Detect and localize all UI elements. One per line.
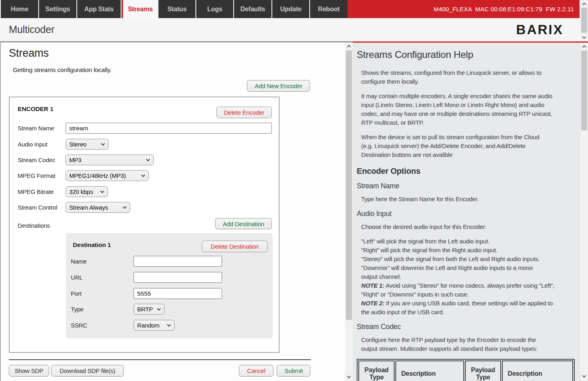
- help-stream-codec-intro: Configure here the RTP payload type by t…: [361, 336, 570, 353]
- table-header-payload-type: Payload Type: [465, 360, 501, 381]
- note-label: NOTE 1:: [361, 282, 384, 289]
- stream-control-label: Stream Control: [18, 202, 57, 213]
- dest-type-label: Type: [71, 304, 84, 315]
- chevron-down-icon: [101, 142, 105, 146]
- stream-codec-select[interactable]: MP3: [66, 154, 154, 165]
- scrollbar-thumb[interactable]: [581, 51, 587, 130]
- audio-input-label: Audio Input: [18, 139, 47, 150]
- destination-panel: Destination 1 Delete Destination Name UR…: [66, 233, 273, 338]
- title-bar: Multicoder BARIX: [0, 18, 580, 41]
- help-paragraph: It may contain multiple encoders. A sing…: [361, 92, 570, 127]
- help-note: NOTE 2: If you are using USB audio card,…: [361, 299, 570, 317]
- help-scrollbar[interactable]: [580, 43, 588, 381]
- chevron-down-icon: [167, 323, 171, 327]
- scroll-up-icon[interactable]: [580, 43, 588, 49]
- encoder-title: ENCODER 1: [18, 105, 53, 113]
- footer-divider: [9, 359, 311, 360]
- stream-codec-value: MP3: [69, 157, 143, 163]
- stream-name-input[interactable]: [66, 123, 272, 134]
- add-new-encoder-button[interactable]: Add New Encoder: [247, 80, 310, 92]
- nav-tab-update[interactable]: Update: [272, 0, 309, 18]
- dest-ssrc-select[interactable]: Random: [134, 320, 175, 331]
- add-destination-button[interactable]: Add Destination: [215, 218, 272, 229]
- help-paragraph: When the device is set to pull its strea…: [361, 133, 570, 159]
- scrollbar-thumb[interactable]: [581, 8, 587, 33]
- cancel-button[interactable]: Cancel: [239, 365, 273, 377]
- nav-tab-defaults[interactable]: Defaults: [234, 0, 271, 18]
- mpeg-format-value: MPEG1/48kHz (MP3): [69, 172, 138, 179]
- nav-tab-home[interactable]: Home: [1, 0, 38, 18]
- help-line: "Downmix" will downmix the Left and Righ…: [361, 264, 570, 281]
- main-nav: Home Settings App Stats Streams Status L…: [0, 0, 580, 18]
- barix-logo: BARIX: [516, 22, 563, 37]
- nav-tab-reboot[interactable]: Reboot: [310, 0, 347, 18]
- stream-control-value: Stream Always: [69, 204, 120, 211]
- nav-tab-streams[interactable]: Streams: [121, 0, 158, 18]
- top-frame: Home Settings App Stats Streams Status L…: [0, 0, 588, 41]
- streams-subtitle: Getting streams configuration locally.: [13, 66, 111, 74]
- help-note: NOTE 1: Avoid using "Stereo" for mono co…: [361, 281, 570, 299]
- dest-port-label: Port: [71, 288, 82, 299]
- dest-name-input[interactable]: [134, 256, 222, 267]
- top-frame-scrollbar[interactable]: [580, 0, 588, 41]
- nav-tab-app-stats[interactable]: App Stats: [77, 0, 121, 18]
- encoder-options-heading: Encoder Options: [357, 167, 570, 176]
- stream-codec-label: Stream Codec: [18, 154, 55, 165]
- help-line: "Right" will pick the signal from the Ri…: [361, 246, 570, 255]
- payload-types-table: Payload Type Description Payload Type De…: [357, 359, 575, 381]
- chevron-down-icon: [123, 205, 127, 209]
- scroll-down-icon[interactable]: [345, 374, 353, 381]
- help-line: "Stereo" will pick the signal from both …: [361, 255, 570, 264]
- table-header-description: Description: [502, 360, 573, 381]
- streams-heading: Streams: [9, 47, 49, 60]
- device-info-banner: M400_FLEXA MAC 00:08:E1:09:C1:79 FW 2.2.…: [347, 0, 580, 18]
- audio-input-value: Stereo: [69, 141, 98, 148]
- help-stream-name-heading: Stream Name: [357, 182, 570, 190]
- scroll-up-icon[interactable]: [345, 42, 353, 49]
- help-frame: Streams Configuration Help Shows the str…: [353, 41, 588, 381]
- scroll-down-icon[interactable]: [580, 373, 588, 380]
- device-info-text: M400_FLEXA MAC 00:08:E1:09:C1:79 FW 2.2.…: [434, 6, 574, 12]
- download-sdp-button[interactable]: Download SDP file(s): [51, 365, 124, 377]
- submit-button[interactable]: Submit: [277, 365, 310, 377]
- mpeg-bitrate-value: 320 kbps: [69, 188, 97, 195]
- scroll-down-icon[interactable]: [580, 35, 588, 41]
- help-audio-input-heading: Audio Input: [357, 210, 570, 218]
- delete-encoder-button[interactable]: Delete Encoder: [216, 107, 272, 118]
- scrollbar-thumb[interactable]: [346, 50, 352, 320]
- mpeg-bitrate-select[interactable]: 320 kbps: [66, 186, 108, 197]
- nav-tab-logs[interactable]: Logs: [196, 0, 233, 18]
- chevron-down-icon: [141, 173, 145, 177]
- dest-type-value: BRTP: [137, 306, 154, 313]
- table-header-description: Description: [395, 360, 464, 381]
- show-sdp-button[interactable]: Show SDP: [9, 365, 49, 377]
- audio-input-select[interactable]: Stereo: [66, 139, 109, 150]
- nav-tab-status[interactable]: Status: [158, 0, 195, 18]
- nav-tab-settings[interactable]: Settings: [39, 0, 76, 18]
- dest-port-input[interactable]: [134, 288, 222, 299]
- mpeg-bitrate-label: MPEG Bitrate: [18, 186, 53, 197]
- dest-type-select[interactable]: BRTP: [134, 304, 164, 315]
- scroll-up-icon[interactable]: [580, 0, 588, 7]
- stream-control-select[interactable]: Stream Always: [66, 202, 130, 213]
- delete-destination-button[interactable]: Delete Destination: [202, 241, 267, 252]
- dest-name-label: Name: [71, 256, 86, 267]
- stream-name-label: Stream Name: [18, 123, 54, 134]
- note-text: If you are using USB audio card, these s…: [361, 300, 553, 315]
- destination-title: Destination 1: [73, 241, 111, 249]
- dest-url-input[interactable]: [134, 272, 222, 283]
- table-header-payload-type: Payload Type: [358, 360, 395, 381]
- multicoder-app: Home Settings App Stats Streams Status L…: [0, 0, 588, 381]
- content-scrollbar[interactable]: [345, 42, 353, 381]
- help-stream-codec-heading: Stream Codec: [357, 323, 570, 331]
- note-text: Avoid using "Stereo" for mono codecs, al…: [361, 282, 555, 298]
- encoder-panel: ENCODER 1 Delete Encoder Stream Name Aud…: [9, 97, 280, 353]
- dest-ssrc-label: SSRC: [71, 320, 87, 331]
- help-line: "Left" will pick the signal from the Lef…: [361, 237, 570, 246]
- dest-url-label: URL: [71, 272, 82, 283]
- mpeg-format-select[interactable]: MPEG1/48kHz (MP3): [66, 170, 149, 181]
- chevron-down-icon: [157, 307, 161, 311]
- destinations-label: Destinations: [18, 220, 50, 231]
- page-title: Multicoder: [9, 24, 54, 35]
- mpeg-format-label: MPEG Format: [18, 170, 56, 181]
